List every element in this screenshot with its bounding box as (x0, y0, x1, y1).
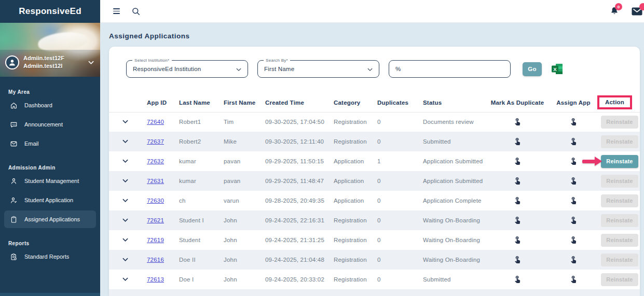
reinstate-button[interactable]: Reinstate (601, 175, 638, 188)
app-id-link[interactable]: 72616 (147, 257, 164, 263)
filter-bar: Select Institution* ResponsiveEd Institu… (109, 47, 640, 78)
email-icon (10, 140, 18, 148)
sidebar-item-standard-reports[interactable]: Standard Reports (4, 248, 96, 265)
search-icon[interactable] (131, 7, 141, 16)
user-avatar-icon (5, 55, 19, 69)
reinstate-button[interactable]: Reinstate (601, 194, 638, 207)
assign-app-touch-icon[interactable] (569, 120, 578, 126)
expand-row-chevron-icon[interactable] (122, 277, 128, 281)
cell-last-name: Doe I (179, 270, 224, 289)
assign-app-touch-icon[interactable] (569, 140, 578, 146)
mark-as-duplicate-touch-icon[interactable] (513, 219, 522, 225)
cell-status: Waiting On-Boarding (423, 230, 484, 250)
expand-row-chevron-icon[interactable] (122, 179, 128, 183)
reinstate-button[interactable]: Reinstate (601, 214, 638, 227)
cell-last-name: kumar (179, 171, 224, 191)
announcement-icon (10, 121, 18, 129)
col-header-mark-as-duplicate: Mark As Duplicate (484, 93, 551, 112)
cell-created-time: 09-30-2025, 12:11:40 (265, 132, 334, 151)
assign-app-touch-icon[interactable] (569, 199, 578, 205)
user-name: Admiin.test12F Admiin.test12I (23, 54, 88, 70)
cell-first-name: varun (224, 191, 265, 210)
reinstate-button[interactable]: Reinstate (601, 234, 638, 247)
app-id-link[interactable]: 72637 (147, 138, 164, 145)
expand-row-chevron-icon[interactable] (122, 199, 128, 203)
app-id-link[interactable]: 72631 (147, 178, 164, 184)
mark-as-duplicate-touch-icon[interactable] (513, 140, 522, 146)
app-id-link[interactable]: 72619 (147, 237, 164, 243)
mark-as-duplicate-touch-icon[interactable] (513, 199, 522, 205)
mark-as-duplicate-touch-icon[interactable] (513, 120, 522, 126)
clipboard-icon (10, 216, 18, 223)
app-id-link[interactable]: 72630 (147, 198, 164, 204)
reinstate-button[interactable]: Reinstate (601, 273, 638, 286)
table-row: 72621 Student I John 09-24-2025, 22:16:3… (109, 210, 640, 230)
app-id-link[interactable]: 72640 (147, 119, 164, 125)
table-row: 72630 ch varun 09-28-2025, 20:49:35 Appl… (109, 191, 640, 210)
cell-category: Registration (334, 250, 377, 270)
mark-as-duplicate-touch-icon[interactable] (513, 160, 522, 166)
notifications-bell-icon[interactable]: 0 (610, 6, 619, 16)
cell-last-name: Doe II (179, 250, 224, 270)
sidebar-item-student-application[interactable]: Student Application (4, 191, 96, 209)
assign-app-touch-icon[interactable] (569, 278, 578, 284)
institution-select[interactable]: Select Institution* ResponsiveEd Institu… (126, 60, 248, 78)
col-header-status: Status (423, 93, 484, 112)
expand-row-chevron-icon[interactable] (122, 238, 128, 242)
page-title: Assigned Applications (109, 32, 644, 40)
sidebar-item-assigned-applications[interactable]: Assigned Applications (4, 210, 96, 228)
action-header-highlight-annotation: Action (597, 95, 632, 109)
sidebar-nav: My Area Dashboard Announcement Email Adm… (0, 77, 100, 293)
export-excel-icon[interactable]: X (551, 63, 563, 75)
table-header-row: App ID Last Name First Name Created Time… (109, 93, 640, 112)
expand-row-chevron-icon[interactable] (122, 218, 128, 222)
person-edit-icon (10, 196, 18, 204)
mark-as-duplicate-touch-icon[interactable] (513, 278, 522, 284)
svg-text:X: X (553, 66, 557, 72)
cell-category: Application (334, 151, 377, 171)
sidebar-item-dashboard[interactable]: Dashboard (4, 96, 96, 114)
cell-first-name: Tim (224, 112, 265, 132)
menu-toggle-icon[interactable] (113, 8, 120, 13)
expand-row-chevron-icon[interactable] (122, 139, 128, 144)
search-by-select-label: Search By* (264, 58, 290, 63)
topbar: 0 (100, 0, 644, 23)
mark-as-duplicate-touch-icon[interactable] (513, 238, 522, 245)
mark-as-duplicate-touch-icon[interactable] (513, 258, 522, 264)
mark-as-duplicate-touch-icon[interactable] (513, 179, 522, 186)
app-id-link[interactable]: 72621 (147, 217, 164, 223)
sidebar-item-student-management[interactable]: Student Management (4, 172, 96, 190)
user-profile[interactable]: Admiin.test12F Admiin.test12I (0, 23, 100, 77)
cell-duplicates: 1 (377, 151, 423, 171)
reinstate-button[interactable]: Reinstate (601, 253, 638, 266)
assign-app-touch-icon[interactable] (569, 219, 578, 225)
table-row: 72637 Robert2 Mike 09-30-2025, 12:11:40 … (109, 132, 640, 151)
search-text-input[interactable]: % (389, 60, 511, 78)
expand-row-chevron-icon[interactable] (122, 258, 128, 262)
assign-app-touch-icon[interactable] (569, 179, 578, 186)
go-button[interactable]: Go (523, 62, 542, 76)
assign-app-touch-icon[interactable] (569, 238, 578, 245)
applications-card: Select Institution* ResponsiveEd Institu… (109, 47, 640, 296)
col-header-app-id: App ID (147, 93, 179, 112)
search-by-select[interactable]: Search By* First Name (257, 60, 379, 78)
reinstate-button[interactable]: Reinstate (601, 155, 638, 168)
sidebar-item-email[interactable]: Email (4, 135, 96, 152)
assign-app-touch-icon[interactable] (569, 258, 578, 264)
expand-row-chevron-icon[interactable] (122, 120, 128, 124)
messages-mail-icon[interactable] (632, 7, 642, 16)
app-id-link[interactable]: 72632 (147, 158, 164, 164)
reinstate-button[interactable]: Reinstate (601, 135, 638, 148)
arrow-annotation (582, 157, 602, 166)
cell-created-time: 09-24-2025, 21:31:25 (265, 230, 334, 250)
assign-app-touch-icon[interactable] (569, 160, 578, 166)
reinstate-button[interactable]: Reinstate (601, 116, 638, 129)
sidebar-item-announcement[interactable]: Announcement (4, 116, 96, 133)
person-icon (10, 177, 18, 185)
cell-category: Registration (334, 112, 377, 132)
col-header-created-time: Created Time (265, 93, 334, 112)
app-id-link[interactable]: 72613 (147, 276, 164, 283)
chevron-down-icon (367, 64, 373, 74)
profile-expand-chevron-icon[interactable] (88, 58, 94, 67)
expand-row-chevron-icon[interactable] (122, 159, 128, 163)
